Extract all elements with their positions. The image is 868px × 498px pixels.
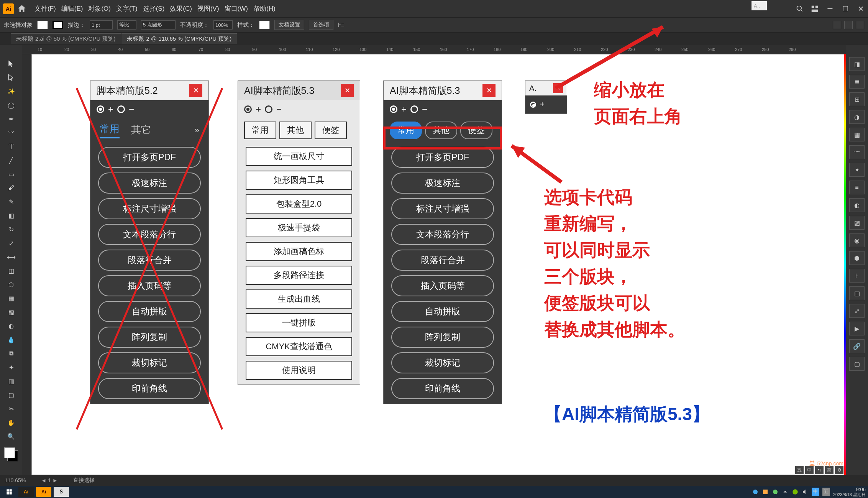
stroke-weight-input[interactable]: [90, 20, 113, 30]
color-panel-icon[interactable]: ◑: [849, 110, 865, 124]
menu-view[interactable]: 视图(V): [197, 4, 219, 13]
lasso-tool-icon[interactable]: ◯: [3, 99, 20, 112]
btn-text-split[interactable]: 文本段落分行: [391, 224, 494, 245]
transparency-panel-icon[interactable]: ▨: [849, 216, 865, 230]
graph-tool-icon[interactable]: ▥: [3, 375, 20, 388]
align-panel-icon[interactable]: ⊦: [849, 269, 865, 283]
stroke-swatch[interactable]: [53, 21, 63, 29]
tray-icon-3[interactable]: [772, 488, 779, 495]
rotate-tool-icon[interactable]: ↻: [3, 223, 20, 236]
tab-other[interactable]: 其它: [131, 123, 151, 138]
radio-on-icon[interactable]: [244, 105, 252, 113]
radio-off-icon[interactable]: [265, 105, 272, 113]
direct-select-tool-icon[interactable]: [3, 71, 20, 84]
mini-panel-titlebar[interactable]: A. ✕: [525, 81, 567, 95]
mini-close-button[interactable]: ✕: [553, 83, 563, 93]
volume-icon[interactable]: [802, 488, 809, 495]
layers-panel-icon[interactable]: ≣: [849, 75, 865, 89]
libraries-panel-icon[interactable]: ⊞: [849, 92, 865, 106]
btn-unify-artboard[interactable]: 统一画板尺寸: [246, 147, 352, 166]
menu-select[interactable]: 选择(S): [143, 4, 165, 13]
btn-text-split[interactable]: 文本段落分行: [98, 224, 201, 245]
tray-icon-1[interactable]: [752, 488, 759, 495]
fill-stroke-swatch[interactable]: [3, 447, 19, 462]
style-swatch[interactable]: [259, 21, 270, 29]
brush-tool-icon[interactable]: 🖌: [3, 181, 20, 194]
blend-tool-icon[interactable]: ⧉: [3, 347, 20, 360]
ime-1[interactable]: 五: [795, 466, 804, 474]
btn-add-swatch[interactable]: 添加画稿色标: [246, 242, 352, 261]
tab-common[interactable]: 常用: [100, 122, 120, 138]
btn-crop-marks[interactable]: 裁切标记: [98, 352, 201, 373]
btn-rect-round[interactable]: 矩形圆角工具: [246, 171, 352, 190]
panel-53l-close-button[interactable]: ✕: [341, 84, 354, 97]
taskbar-ai-1[interactable]: Ai: [18, 487, 34, 497]
appearance-panel-icon[interactable]: ◉: [849, 233, 865, 247]
prefs-button[interactable]: 首选项: [309, 20, 333, 30]
btn-auto-layout[interactable]: 自动拼版: [98, 301, 201, 322]
brushes-panel-icon[interactable]: 〰: [849, 145, 865, 159]
btn-print-corner[interactable]: 印前角线: [98, 378, 201, 399]
properties-panel-icon[interactable]: ◨: [849, 57, 865, 71]
doc-setup-button[interactable]: 文档设置: [274, 20, 304, 30]
symbol-tool-icon[interactable]: ✦: [3, 361, 20, 374]
pathfinder-panel-icon[interactable]: ◫: [849, 286, 865, 300]
zoom-level[interactable]: 110.65%: [5, 477, 26, 483]
btn-array-copy[interactable]: 阵列复制: [98, 327, 201, 348]
menu-file[interactable]: 文件(F): [34, 4, 56, 13]
radio-on-icon[interactable]: [97, 105, 104, 113]
btn-package-box[interactable]: 包装盒型2.0: [246, 194, 352, 214]
links-panel-icon[interactable]: 🔗: [849, 339, 865, 353]
btn-one-layout[interactable]: 一键拼版: [246, 313, 352, 332]
btn-auto-layout[interactable]: 自动拼版: [391, 301, 494, 322]
btn-dim-enhance[interactable]: 标注尺寸增强: [98, 198, 201, 219]
docked-mini-chip[interactable]: A..: [752, 1, 767, 10]
btn-open-pdf[interactable]: 打开多页PDF: [98, 147, 201, 168]
btn-para-merge[interactable]: 段落行合并: [391, 250, 494, 271]
gradient-tool-icon[interactable]: ◐: [3, 319, 20, 332]
minimize-button[interactable]: ─: [826, 5, 834, 13]
stroke-panel-icon[interactable]: ≡: [849, 181, 865, 194]
btn-print-corner[interactable]: 印前角线: [391, 378, 494, 399]
workspace-icon[interactable]: [811, 5, 819, 13]
align-icon[interactable]: ⊦≡: [338, 21, 345, 28]
panel-52-close-button[interactable]: ✕: [189, 84, 202, 97]
panel-53d-titlebar[interactable]: AI脚本精简版5.3 ✕: [384, 81, 502, 100]
brush-input[interactable]: [141, 20, 176, 30]
taskbar-s[interactable]: S: [54, 487, 69, 497]
free-transform-tool-icon[interactable]: ◫: [3, 264, 20, 277]
eyedropper-tool-icon[interactable]: 💧: [3, 333, 20, 346]
clock[interactable]: 9:06 2023/8/13 星期日: [833, 487, 866, 497]
uniform-input[interactable]: [117, 20, 136, 30]
btn-fast-annotate[interactable]: 极速标注: [98, 173, 201, 194]
btn-crop-marks[interactable]: 裁切标记: [391, 352, 494, 373]
menu-window[interactable]: 窗口(W): [225, 4, 248, 13]
nvidia-icon[interactable]: [792, 488, 799, 495]
width-tool-icon[interactable]: ⟷: [3, 250, 20, 263]
btn-bleed-line[interactable]: 生成出血线: [246, 289, 352, 309]
close-button[interactable]: ✕: [857, 5, 865, 13]
btn-manual[interactable]: 使用说明: [246, 361, 352, 380]
tab-other[interactable]: 其他: [279, 122, 312, 139]
graphic-styles-panel-icon[interactable]: ⬢: [849, 251, 865, 265]
mesh-tool-icon[interactable]: ▩: [3, 306, 20, 319]
zoom-tool-icon[interactable]: 🔍: [3, 430, 20, 443]
gradient-panel-icon[interactable]: ◐: [849, 198, 865, 212]
menu-help[interactable]: 帮助(H): [253, 4, 276, 13]
artboard-tool-icon[interactable]: ▢: [3, 388, 20, 401]
btn-dim-enhance[interactable]: 标注尺寸增强: [391, 198, 494, 219]
tray-icon-2[interactable]: [762, 488, 769, 495]
type-tool-icon[interactable]: T: [3, 140, 20, 153]
hand-tool-icon[interactable]: ✋: [3, 416, 20, 429]
swatches-panel-icon[interactable]: ▦: [849, 128, 865, 141]
btn-insert-page[interactable]: 插入页码等: [391, 275, 494, 296]
btn-insert-page[interactable]: 插入页码等: [98, 275, 201, 296]
opt-end-2[interactable]: [844, 21, 853, 29]
actions-panel-icon[interactable]: ▶: [849, 322, 865, 335]
search-icon[interactable]: [796, 5, 804, 13]
panel-53d-close-button[interactable]: ✕: [482, 84, 496, 97]
selection-tool-icon[interactable]: [3, 57, 20, 70]
tab-common[interactable]: 常用: [244, 122, 276, 139]
opt-end-3[interactable]: [856, 21, 864, 29]
start-button[interactable]: [2, 487, 16, 497]
